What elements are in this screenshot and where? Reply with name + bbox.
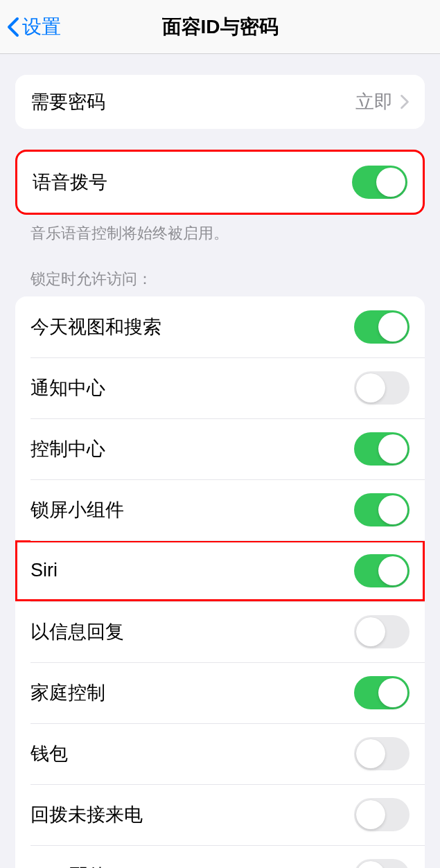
home-control-label: 家庭控制 bbox=[30, 680, 105, 705]
control-center-row[interactable]: 控制中心 bbox=[15, 418, 425, 479]
control-center-toggle[interactable] bbox=[354, 432, 410, 466]
voice-dial-group: 语音拨号 bbox=[15, 150, 425, 215]
voice-dial-footer: 音乐语音控制将始终被启用。 bbox=[15, 215, 425, 244]
page-title: 面容ID与密码 bbox=[162, 14, 279, 40]
back-button[interactable]: 设置 bbox=[7, 14, 61, 40]
wallet-label: 钱包 bbox=[30, 741, 68, 766]
today-view-row[interactable]: 今天视图和搜索 bbox=[15, 296, 425, 357]
today-view-toggle[interactable] bbox=[354, 310, 410, 344]
usb-accessories-row[interactable]: USB配件 bbox=[15, 845, 425, 868]
chevron-left-icon bbox=[7, 17, 19, 37]
notification-center-label: 通知中心 bbox=[30, 375, 105, 400]
lock-screen-widgets-row[interactable]: 锁屏小组件 bbox=[15, 479, 425, 540]
reply-with-message-row[interactable]: 以信息回复 bbox=[15, 601, 425, 662]
lock-screen-widgets-label: 锁屏小组件 bbox=[30, 497, 124, 522]
usb-accessories-label: USB配件 bbox=[30, 863, 107, 868]
reply-with-message-label: 以信息回复 bbox=[30, 619, 124, 644]
require-passcode-group: 需要密码 立即 bbox=[15, 75, 425, 129]
require-passcode-label: 需要密码 bbox=[30, 89, 105, 114]
siri-row[interactable]: Siri bbox=[15, 540, 425, 601]
return-missed-calls-label: 回拨未接来电 bbox=[30, 802, 143, 827]
return-missed-calls-toggle[interactable] bbox=[354, 798, 410, 831]
today-view-label: 今天视图和搜索 bbox=[30, 315, 161, 339]
chevron-right-icon bbox=[400, 94, 410, 109]
wallet-toggle[interactable] bbox=[354, 737, 410, 770]
lock-access-group: 今天视图和搜索 通知中心 控制中心 锁屏小组件 Siri 以信息回复 家庭控制 bbox=[15, 296, 425, 868]
siri-toggle[interactable] bbox=[354, 554, 410, 587]
voice-dial-toggle[interactable] bbox=[352, 166, 407, 199]
lock-screen-widgets-toggle[interactable] bbox=[354, 493, 410, 526]
siri-label: Siri bbox=[30, 560, 58, 581]
require-passcode-row[interactable]: 需要密码 立即 bbox=[15, 75, 425, 129]
notification-center-toggle[interactable] bbox=[354, 371, 410, 405]
wallet-row[interactable]: 钱包 bbox=[15, 723, 425, 784]
voice-dial-label: 语音拨号 bbox=[33, 170, 107, 195]
return-missed-calls-row[interactable]: 回拨未接来电 bbox=[15, 784, 425, 845]
control-center-label: 控制中心 bbox=[30, 436, 105, 461]
voice-dial-row[interactable]: 语音拨号 bbox=[17, 152, 423, 213]
lock-access-header: 锁定时允许访问： bbox=[15, 269, 425, 290]
navbar: 设置 面容ID与密码 bbox=[0, 0, 440, 54]
usb-accessories-toggle[interactable] bbox=[354, 859, 410, 868]
reply-with-message-toggle[interactable] bbox=[354, 615, 410, 648]
back-label: 设置 bbox=[22, 14, 61, 40]
require-passcode-value: 立即 bbox=[355, 89, 410, 114]
notification-center-row[interactable]: 通知中心 bbox=[15, 357, 425, 418]
home-control-row[interactable]: 家庭控制 bbox=[15, 662, 425, 723]
home-control-toggle[interactable] bbox=[354, 676, 410, 709]
